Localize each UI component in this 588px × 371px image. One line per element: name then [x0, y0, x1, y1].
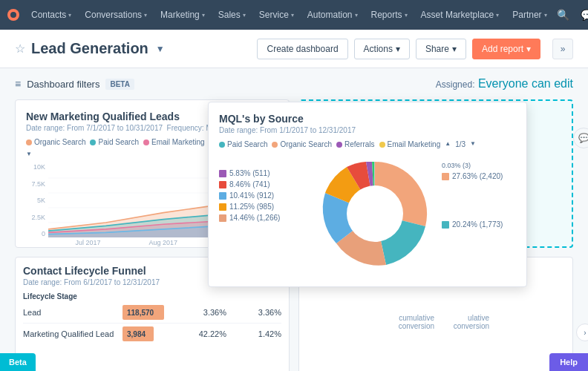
donut-label-0: 5.83% (511) [219, 169, 308, 177]
donut-legend: Paid Search Organic Search Referrals Ema… [219, 140, 516, 148]
assigned-label: Assigned: [436, 79, 475, 90]
feedback-icon[interactable]: 💬 [573, 128, 588, 148]
donut-dot-organic [272, 142, 278, 148]
filters-bar: ≡ Dashboard filters BETA Assigned: Every… [15, 77, 573, 91]
donut-chart-card: MQL's by Source Date range: From 1/1/201… [208, 102, 527, 287]
mql-bar: 3,984 [122, 326, 154, 341]
donut-next-icon[interactable]: ▼ [470, 140, 476, 148]
funnel-row-mql: Marketing Qualified Lead 3,984 42.22% 1.… [23, 326, 281, 341]
donut-rlabel-1: 27.63% (2,420) [442, 172, 531, 180]
y-axis: 10K 7.5K 5K 2.5K 0 [26, 163, 48, 237]
page-title-area: ☆ Lead Generation ▼ [15, 40, 165, 57]
help-button[interactable]: Help [549, 353, 588, 371]
donut-legend-referrals: Referrals [336, 140, 375, 148]
mql-bar-container: 3,984 [122, 326, 172, 341]
donut-legend-email: Email Marketing [379, 140, 441, 148]
donut-label-4: 14.46% (1,266) [219, 214, 308, 222]
beta-label[interactable]: Beta [0, 353, 36, 371]
donut-left-labels: 5.83% (511) 8.46% (741) 10.41% (912) 11.… [219, 169, 308, 222]
donut-rlabel-top: 0.03% (3) [442, 162, 531, 169]
donut-svg-container [316, 154, 434, 276]
assigned-value[interactable]: Everyone can edit [478, 77, 573, 90]
donut-legend-organic: Organic Search [272, 140, 331, 148]
nav-asset-marketplace[interactable]: Asset Marketplace▾ [415, 7, 506, 23]
create-dashboard-button[interactable]: Create dashboard [257, 39, 347, 59]
legend-dot-organic [26, 139, 32, 145]
nav-automation[interactable]: Automation▾ [301, 7, 364, 23]
donut-prev-icon[interactable]: ▲ [445, 140, 451, 148]
nav-sales[interactable]: Sales▾ [212, 7, 252, 23]
donut-label-3: 11.25% (985) [219, 203, 308, 211]
collapse-panel-button[interactable]: » [552, 39, 573, 59]
filters-left: ≡ Dashboard filters BETA [15, 78, 134, 90]
lifecycle-stage-label: Lifecycle Stage [23, 292, 281, 301]
lead-pct1: 3.36% [174, 308, 226, 317]
mql-stage-label: Marketing Qualified Lead [23, 329, 120, 338]
beta-badge: BETA [105, 79, 134, 90]
lead-bar-container: 118,570 [122, 305, 172, 320]
lead-stage-label: Lead [23, 308, 120, 317]
nav-conversations[interactable]: Conversations▾ [79, 7, 153, 23]
lead-bar: 118,570 [122, 305, 164, 320]
main-content: ≡ Dashboard filters BETA Assigned: Every… [0, 68, 588, 371]
chart1-next-icon[interactable]: ▼ [26, 151, 32, 157]
hubspot-logo[interactable] [6, 4, 21, 25]
search-icon[interactable]: 🔍 [555, 6, 572, 24]
dashboard-actions: Create dashboard Actions ▾ Share ▾ Add r… [257, 39, 573, 59]
expand-right-button[interactable]: › [576, 324, 588, 341]
legend-email-marketing: Email Marketing [143, 138, 205, 146]
donut-dot-paid [219, 142, 225, 148]
legend-dot-email [143, 139, 149, 145]
nav-reports[interactable]: Reports▾ [365, 7, 414, 23]
actions-button[interactable]: Actions ▾ [354, 39, 410, 59]
donut-rlabel-2-spacer: 20.24% (1,773) [442, 220, 531, 229]
share-button[interactable]: Share ▾ [416, 39, 466, 59]
donut-page: 1/3 [455, 140, 466, 148]
legend-organic-search: Organic Search [26, 138, 85, 146]
svg-point-1 [10, 12, 16, 18]
mql-pct1: 42.22% [174, 329, 226, 338]
nav-contacts[interactable]: Contacts▾ [25, 7, 77, 23]
filter-icon: ≡ [15, 78, 21, 90]
svg-point-7 [347, 186, 403, 242]
top-navigation: Contacts▾ Conversations▾ Marketing▾ Sale… [0, 0, 588, 30]
donut-svg [316, 154, 434, 273]
donut-chart-container: 5.83% (511) 8.46% (741) 10.41% (912) 11.… [219, 154, 516, 276]
donut-label-2: 10.41% (912) [219, 191, 308, 200]
page-title: Lead Generation [31, 40, 148, 57]
assigned-area: Assigned: Everyone can edit [436, 77, 573, 91]
sub-navigation: ☆ Lead Generation ▼ Create dashboard Act… [0, 30, 588, 68]
donut-dot-email [379, 142, 385, 148]
donut-date: Date range: From 1/1/2017 to 12/31/2017 [219, 126, 516, 134]
add-report-button[interactable]: Add report ▾ [472, 39, 540, 59]
nav-right-icons: 🔍 💬 ⚙ 🔔 U [555, 4, 588, 25]
donut-right-labels: 0.03% (3) 27.63% (2,420) 20.24% (1,773) [442, 162, 531, 229]
donut-legend-paid: Paid Search [219, 140, 267, 148]
donut-dot-referrals [336, 142, 342, 148]
donut-label-1: 8.46% (741) [219, 180, 308, 188]
funnel-row-lead: Lead 118,570 3.36% 3.36% [23, 305, 281, 324]
donut-rlabel-2: 20.24% (1,773) [442, 220, 531, 229]
mql-pct2: 1.42% [229, 329, 281, 338]
chat-icon[interactable]: 💬 [578, 6, 588, 24]
legend-dot-paid [90, 139, 96, 145]
lead-pct2: 3.36% [229, 308, 281, 317]
legend-paid-search: Paid Search [90, 138, 138, 146]
nav-partner[interactable]: Partner▾ [506, 7, 552, 23]
donut-title: MQL's by Source [219, 113, 516, 125]
filters-label: Dashboard filters [27, 79, 99, 90]
col-headers: cumulativeconversion ulativeconversion [382, 314, 489, 330]
favorite-icon[interactable]: ☆ [15, 42, 25, 56]
nav-service[interactable]: Service▾ [253, 7, 300, 23]
title-dropdown-icon[interactable]: ▼ [156, 44, 165, 54]
nav-marketing[interactable]: Marketing▾ [154, 7, 211, 23]
